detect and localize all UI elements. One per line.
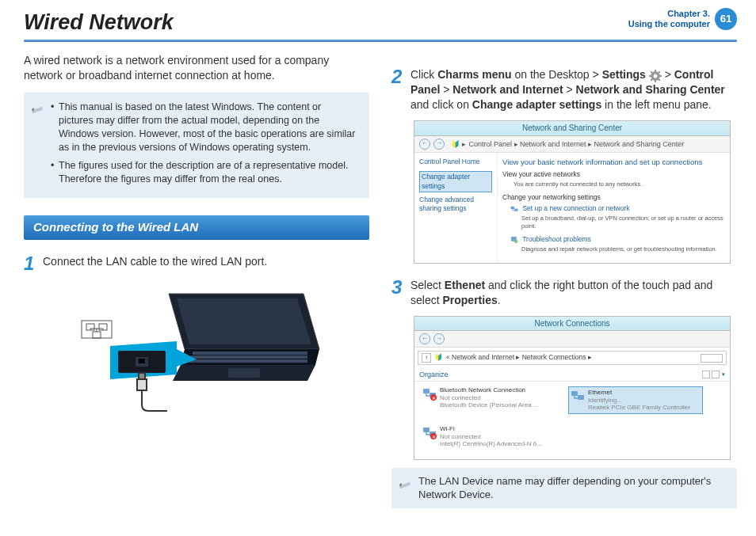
network-adapter-icon [571, 389, 585, 403]
forward-button[interactable]: → [433, 139, 445, 150]
organize-menu[interactable]: Organize [419, 370, 449, 379]
note-box: This manual is based on the latest Windo… [24, 93, 369, 198]
svg-rect-25 [93, 332, 101, 338]
active-networks-sub: You are currently not connected to any n… [514, 181, 725, 188]
note-item: The figures used for the description are… [51, 159, 358, 186]
pencil-icon [398, 474, 412, 488]
breadcrumb[interactable]: Control Panel ▸ Network and Internet ▸ N… [469, 139, 685, 149]
network-adapter-icon: ✕ [422, 386, 437, 401]
gear-icon [649, 70, 662, 82]
network-sharing-center-window: Network and Sharing Center ← → 🔰 ▸ Contr… [414, 120, 731, 264]
window-toolbar: ← → 🔰 ▸ Control Panel ▸ Network and Inte… [414, 136, 730, 153]
svg-rect-30 [139, 359, 145, 363]
back-button[interactable]: ← [419, 139, 430, 150]
svg-rect-18 [191, 355, 307, 359]
step-text: Connect the LAN cable to the wired LAN p… [43, 251, 267, 276]
change-settings-label: Change your networking settings [502, 193, 725, 202]
nsc-heading: View your basic network information and … [502, 158, 725, 168]
pencil-icon [30, 99, 44, 113]
svg-marker-15 [177, 298, 311, 344]
chapter-line2: Using the computer [628, 19, 710, 29]
window-title: Network and Sharing Center [414, 121, 730, 136]
intro-text: A wired network is a network environment… [24, 53, 369, 83]
svg-rect-19 [189, 359, 307, 363]
header-rule [24, 40, 737, 42]
troubleshoot-sub: Diagnose and repair network problems, or… [521, 245, 725, 253]
note-text: The LAN Device name may differ depending… [418, 475, 711, 501]
svg-rect-31 [137, 379, 147, 390]
up-button[interactable]: ↑ [422, 353, 431, 363]
step-number: 3 [391, 275, 410, 308]
svg-text:✕: ✕ [432, 396, 436, 401]
setup-connection-sub: Set up a broadband, dial-up, or VPN conn… [521, 215, 725, 230]
troubleshoot-icon [510, 236, 518, 244]
change-adapter-settings-link[interactable]: Change adapter settings [419, 171, 492, 192]
change-advanced-sharing-link[interactable]: Change advanced sharing settings [419, 196, 492, 214]
note-box: The LAN Device name may differ depending… [391, 468, 737, 508]
active-networks-label: View your active networks [502, 170, 725, 179]
step-number: 2 [391, 64, 410, 112]
section-header: Connecting to the Wired LAN [24, 215, 369, 239]
step-text: Click Charms menu on the Desktop > Setti… [410, 64, 737, 112]
svg-point-34 [514, 239, 517, 242]
network-adapter-icon: ✕ [422, 425, 437, 439]
breadcrumb[interactable]: « Network and Internet ▸ Network Connect… [446, 353, 592, 362]
connection-icon [510, 205, 518, 213]
search-input[interactable] [701, 354, 723, 363]
page-title: Wired Network [24, 8, 174, 36]
connection-wifi[interactable]: ✕ Wi-FiNot connectedIntel(R) Centrino(R)… [422, 425, 557, 448]
connections-list: ✕ Bluetooth Network ConnectionNot connec… [419, 382, 725, 453]
note-item: This manual is based on the latest Windo… [51, 101, 358, 154]
window-title: Network Connections [414, 317, 730, 332]
help-button[interactable] [712, 371, 720, 378]
connection-bluetooth[interactable]: ✕ Bluetooth Network ConnectionNot connec… [422, 386, 557, 414]
forward-button[interactable]: → [433, 333, 445, 344]
page-number-badge: 61 [715, 8, 737, 30]
setup-connection-link[interactable]: Set up a new connection or network [522, 204, 629, 212]
svg-rect-17 [193, 352, 307, 355]
svg-rect-21 [228, 368, 260, 378]
breadcrumb-bar: ↑ 🔰 « Network and Internet ▸ Network Con… [418, 351, 727, 365]
svg-rect-32 [139, 373, 145, 379]
control-panel-home-link[interactable]: Control Panel Home [419, 158, 492, 166]
connection-ethernet[interactable]: EthernetIdentifying...Realtek PCIe GBE F… [568, 386, 703, 414]
laptop-figure [24, 286, 369, 432]
troubleshoot-link[interactable]: Troubleshoot problems [522, 235, 591, 243]
step-text: Select Ethenet and click the right butto… [410, 275, 737, 308]
step-3: 3 Select Ethenet and click the right but… [391, 275, 737, 308]
window-toolbar: ← → [414, 331, 730, 348]
svg-text:✕: ✕ [432, 435, 436, 439]
network-connections-window: Network Connections ← → ↑ 🔰 « Network an… [414, 316, 731, 460]
step-number: 1 [24, 251, 43, 276]
back-button[interactable]: ← [419, 333, 430, 344]
view-button[interactable] [702, 371, 710, 378]
step-1: 1 Connect the LAN cable to the wired LAN… [24, 251, 369, 276]
chapter-indicator: Chapter 3. Using the computer 61 [628, 8, 737, 30]
step-2: 2 Click Charms menu on the Desktop > Set… [391, 64, 737, 112]
chapter-line1: Chapter 3. [628, 9, 710, 19]
